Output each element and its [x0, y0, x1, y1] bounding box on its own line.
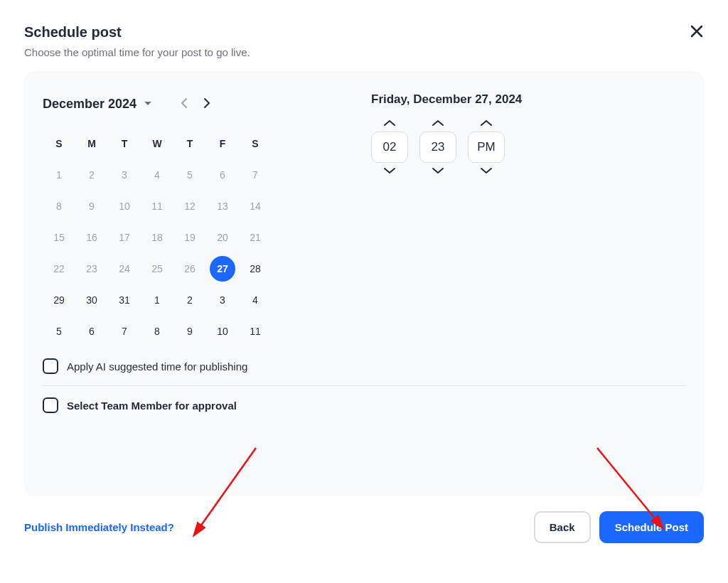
chevron-down-icon	[480, 167, 493, 174]
calendar-day[interactable]: 10	[112, 193, 137, 219]
calendar-dow: T	[122, 138, 128, 149]
calendar-day[interactable]: 4	[144, 162, 170, 188]
modal-footer: Publish Immediately Instead? Back Schedu…	[24, 511, 704, 543]
chevron-left-icon	[181, 97, 188, 109]
period-down-button[interactable]	[477, 163, 496, 179]
calendar-day[interactable]: 19	[177, 225, 203, 250]
chevron-up-icon	[432, 119, 444, 127]
time-picker: Friday, December 27, 2024 02 23 PM	[371, 87, 522, 347]
ai-suggested-label: Apply AI suggested time for publishing	[67, 360, 247, 373]
calendar-day[interactable]: 6	[79, 319, 105, 344]
calendar-day[interactable]: 8	[46, 193, 72, 219]
calendar-grid: SMTWTFS123456789101112131415161718192021…	[43, 128, 272, 347]
calendar-day[interactable]: 20	[210, 225, 235, 250]
calendar-day[interactable]: 18	[144, 225, 170, 250]
calendar-day[interactable]: 24	[112, 256, 137, 282]
team-approval-checkbox[interactable]	[43, 397, 58, 413]
calendar-day[interactable]: 3	[210, 287, 235, 313]
calendar-day[interactable]: 7	[112, 319, 137, 344]
calendar-day[interactable]: 21	[242, 225, 268, 250]
selected-date-label: Friday, December 27, 2024	[371, 92, 522, 107]
close-icon	[690, 24, 704, 38]
calendar-day[interactable]: 2	[177, 287, 203, 313]
minute-up-button[interactable]	[429, 115, 447, 132]
calendar-day[interactable]: 13	[210, 193, 235, 219]
calendar-day[interactable]: 1	[46, 162, 72, 188]
caret-down-icon	[144, 101, 152, 107]
month-label: December 2024	[43, 97, 136, 112]
calendar-day[interactable]: 3	[112, 162, 137, 188]
team-approval-label: Select Team Member for approval	[67, 400, 237, 412]
hour-value[interactable]: 02	[371, 132, 408, 163]
chevron-down-icon	[383, 167, 396, 174]
back-button[interactable]: Back	[534, 511, 591, 543]
team-approval-row: Select Team Member for approval	[43, 386, 685, 424]
chevron-up-icon	[383, 119, 396, 127]
scheduler-panel: December 2024 SMTWTFS1234567891011121314…	[24, 71, 704, 496]
minute-stepper: 23	[419, 115, 456, 179]
minute-value[interactable]: 23	[419, 132, 456, 163]
calendar-day[interactable]: 12	[177, 193, 203, 219]
calendar-day[interactable]: 2	[79, 162, 105, 188]
calendar-day[interactable]: 25	[144, 256, 170, 282]
minute-down-button[interactable]	[429, 163, 447, 179]
calendar-day[interactable]: 26	[177, 256, 203, 282]
calendar-day[interactable]: 17	[112, 225, 137, 250]
chevron-right-icon	[203, 97, 210, 109]
chevron-up-icon	[480, 119, 493, 127]
period-stepper: PM	[468, 115, 505, 179]
hour-down-button[interactable]	[380, 163, 399, 179]
hour-stepper: 02	[371, 115, 408, 179]
ai-suggested-checkbox[interactable]	[43, 358, 58, 374]
calendar-day[interactable]: 5	[177, 162, 203, 188]
period-value[interactable]: PM	[468, 132, 505, 163]
publish-now-link[interactable]: Publish Immediately Instead?	[24, 521, 174, 533]
calendar: December 2024 SMTWTFS1234567891011121314…	[43, 87, 272, 347]
calendar-day[interactable]: 6	[210, 162, 235, 188]
calendar-dow: W	[152, 138, 161, 149]
calendar-day[interactable]: 10	[210, 319, 235, 344]
calendar-day[interactable]: 1	[144, 287, 170, 313]
month-selector[interactable]: December 2024	[43, 97, 152, 112]
calendar-dow: T	[187, 138, 193, 149]
schedule-post-button[interactable]: Schedule Post	[599, 511, 704, 543]
calendar-day[interactable]: 22	[46, 256, 72, 282]
calendar-day[interactable]: 23	[79, 256, 105, 282]
close-button[interactable]	[690, 24, 704, 40]
calendar-day[interactable]: 15	[46, 225, 72, 250]
calendar-day[interactable]: 11	[144, 193, 170, 219]
calendar-day[interactable]: 5	[46, 319, 72, 344]
period-up-button[interactable]	[477, 115, 496, 132]
modal-subtitle: Choose the optimal time for your post to…	[24, 46, 250, 58]
prev-month-button[interactable]	[176, 93, 192, 115]
calendar-dow: S	[55, 138, 62, 149]
chevron-down-icon	[432, 167, 444, 174]
calendar-day[interactable]: 8	[144, 319, 170, 344]
calendar-day[interactable]: 16	[79, 225, 105, 250]
calendar-day[interactable]: 4	[242, 287, 268, 313]
modal-title: Schedule post	[24, 24, 250, 41]
calendar-day[interactable]: 9	[177, 319, 203, 344]
calendar-day[interactable]: 31	[112, 287, 137, 313]
calendar-dow: S	[252, 138, 258, 149]
schedule-post-modal: Schedule post Choose the optimal time fo…	[0, 0, 728, 557]
calendar-dow: M	[87, 138, 96, 149]
ai-suggested-row: Apply AI suggested time for publishing	[43, 347, 685, 385]
calendar-day[interactable]: 9	[79, 193, 105, 219]
calendar-day[interactable]: 14	[242, 193, 268, 219]
calendar-day[interactable]: 11	[242, 319, 268, 344]
calendar-day[interactable]: 27	[210, 256, 235, 282]
hour-up-button[interactable]	[380, 115, 399, 132]
calendar-day[interactable]: 29	[46, 287, 72, 313]
calendar-dow: F	[220, 138, 226, 149]
calendar-day[interactable]: 28	[242, 256, 268, 282]
next-month-button[interactable]	[199, 93, 215, 115]
calendar-day[interactable]: 30	[79, 287, 105, 313]
calendar-day[interactable]: 7	[242, 162, 268, 188]
